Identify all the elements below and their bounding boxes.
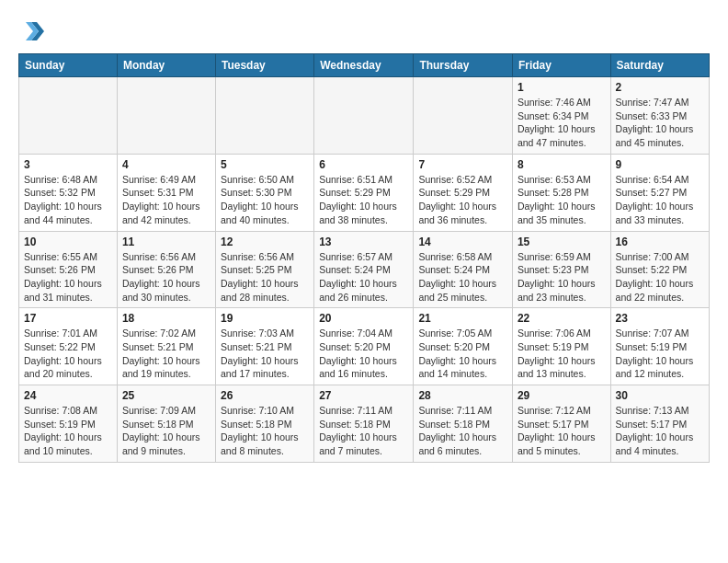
day-info: Sunrise: 6:54 AM Sunset: 5:27 PM Dayligh… (616, 173, 704, 227)
day-info: Sunrise: 7:06 AM Sunset: 5:19 PM Dayligh… (518, 327, 606, 381)
day-number: 5 (221, 158, 309, 171)
day-number: 8 (518, 158, 606, 171)
day-info: Sunrise: 6:51 AM Sunset: 5:29 PM Dayligh… (319, 173, 408, 227)
calendar-cell: 23Sunrise: 7:07 AM Sunset: 5:19 PM Dayli… (610, 308, 709, 385)
day-number: 13 (319, 236, 408, 248)
day-info: Sunrise: 7:13 AM Sunset: 5:17 PM Dayligh… (616, 404, 704, 458)
calendar-cell (117, 77, 215, 155)
calendar-cell: 29Sunrise: 7:12 AM Sunset: 5:17 PM Dayli… (512, 385, 610, 463)
calendar-cell: 21Sunrise: 7:05 AM Sunset: 5:20 PM Dayli… (414, 308, 513, 385)
calendar-cell: 14Sunrise: 6:58 AM Sunset: 5:24 PM Dayli… (414, 231, 513, 308)
day-number: 23 (616, 312, 704, 325)
day-number: 27 (319, 389, 408, 402)
calendar-cell: 28Sunrise: 7:11 AM Sunset: 5:18 PM Dayli… (414, 385, 513, 463)
calendar-header: SundayMondayTuesdayWednesdayThursdayFrid… (19, 54, 710, 77)
day-info: Sunrise: 6:57 AM Sunset: 5:24 PM Dayligh… (319, 250, 408, 304)
day-number: 28 (418, 389, 507, 402)
day-number: 30 (616, 389, 704, 402)
day-number: 18 (122, 312, 210, 325)
day-number: 25 (122, 389, 210, 402)
day-number: 6 (319, 158, 408, 171)
calendar-cell: 30Sunrise: 7:13 AM Sunset: 5:17 PM Dayli… (610, 385, 709, 463)
day-number: 20 (319, 312, 408, 325)
day-number: 16 (616, 236, 704, 248)
day-info: Sunrise: 7:00 AM Sunset: 5:22 PM Dayligh… (616, 250, 704, 304)
day-info: Sunrise: 7:02 AM Sunset: 5:21 PM Dayligh… (122, 327, 210, 381)
header (18, 15, 710, 44)
calendar-cell: 10Sunrise: 6:55 AM Sunset: 5:26 PM Dayli… (19, 231, 118, 308)
day-number: 1 (518, 81, 606, 94)
day-info: Sunrise: 6:58 AM Sunset: 5:24 PM Dayligh… (418, 250, 507, 304)
day-info: Sunrise: 7:04 AM Sunset: 5:20 PM Dayligh… (319, 327, 408, 381)
calendar-cell: 2Sunrise: 7:47 AM Sunset: 6:33 PM Daylig… (610, 77, 709, 155)
day-info: Sunrise: 7:10 AM Sunset: 5:18 PM Dayligh… (221, 404, 309, 458)
calendar-cell: 17Sunrise: 7:01 AM Sunset: 5:22 PM Dayli… (19, 308, 118, 385)
weekday-header-row: SundayMondayTuesdayWednesdayThursdayFrid… (19, 54, 710, 77)
day-number: 29 (518, 389, 606, 402)
weekday-header-monday: Monday (117, 54, 215, 77)
logo (18, 18, 48, 44)
day-info: Sunrise: 7:09 AM Sunset: 5:18 PM Dayligh… (122, 404, 210, 458)
calendar-week-4: 17Sunrise: 7:01 AM Sunset: 5:22 PM Dayli… (19, 308, 710, 385)
calendar-cell: 7Sunrise: 6:52 AM Sunset: 5:29 PM Daylig… (414, 154, 513, 231)
calendar-cell: 12Sunrise: 6:56 AM Sunset: 5:25 PM Dayli… (215, 231, 313, 308)
day-info: Sunrise: 6:49 AM Sunset: 5:31 PM Dayligh… (122, 173, 210, 227)
day-number: 12 (221, 236, 309, 248)
day-info: Sunrise: 6:56 AM Sunset: 5:26 PM Dayligh… (122, 250, 210, 304)
calendar-week-2: 3Sunrise: 6:48 AM Sunset: 5:32 PM Daylig… (19, 154, 710, 231)
calendar-week-5: 24Sunrise: 7:08 AM Sunset: 5:19 PM Dayli… (19, 385, 710, 463)
day-info: Sunrise: 6:50 AM Sunset: 5:30 PM Dayligh… (221, 173, 309, 227)
day-number: 7 (418, 158, 507, 171)
day-info: Sunrise: 7:01 AM Sunset: 5:22 PM Dayligh… (24, 327, 112, 381)
calendar-cell: 18Sunrise: 7:02 AM Sunset: 5:21 PM Dayli… (117, 308, 215, 385)
day-info: Sunrise: 6:52 AM Sunset: 5:29 PM Dayligh… (418, 173, 507, 227)
calendar-cell: 20Sunrise: 7:04 AM Sunset: 5:20 PM Dayli… (314, 308, 414, 385)
day-info: Sunrise: 7:11 AM Sunset: 5:18 PM Dayligh… (418, 404, 507, 458)
calendar-cell: 9Sunrise: 6:54 AM Sunset: 5:27 PM Daylig… (610, 154, 709, 231)
day-number: 24 (24, 389, 112, 402)
calendar-cell (314, 77, 414, 155)
day-info: Sunrise: 6:53 AM Sunset: 5:28 PM Dayligh… (518, 173, 606, 227)
day-number: 3 (24, 158, 112, 171)
day-number: 22 (518, 312, 606, 325)
calendar-cell: 25Sunrise: 7:09 AM Sunset: 5:18 PM Dayli… (117, 385, 215, 463)
calendar-cell: 1Sunrise: 7:46 AM Sunset: 6:34 PM Daylig… (512, 77, 610, 155)
day-info: Sunrise: 7:11 AM Sunset: 5:18 PM Dayligh… (319, 404, 408, 458)
day-info: Sunrise: 6:48 AM Sunset: 5:32 PM Dayligh… (24, 173, 112, 227)
day-number: 19 (221, 312, 309, 325)
calendar-cell: 11Sunrise: 6:56 AM Sunset: 5:26 PM Dayli… (117, 231, 215, 308)
day-info: Sunrise: 7:03 AM Sunset: 5:21 PM Dayligh… (221, 327, 309, 381)
day-number: 10 (24, 236, 112, 248)
day-info: Sunrise: 7:08 AM Sunset: 5:19 PM Dayligh… (24, 404, 112, 458)
day-info: Sunrise: 7:47 AM Sunset: 6:33 PM Dayligh… (616, 96, 704, 150)
weekday-header-thursday: Thursday (414, 54, 513, 77)
day-info: Sunrise: 6:56 AM Sunset: 5:25 PM Dayligh… (221, 250, 309, 304)
day-number: 14 (418, 236, 507, 248)
calendar-cell: 27Sunrise: 7:11 AM Sunset: 5:18 PM Dayli… (314, 385, 414, 463)
weekday-header-wednesday: Wednesday (314, 54, 414, 77)
day-number: 2 (616, 81, 704, 94)
day-info: Sunrise: 6:55 AM Sunset: 5:26 PM Dayligh… (24, 250, 112, 304)
weekday-header-saturday: Saturday (610, 54, 709, 77)
calendar-cell: 5Sunrise: 6:50 AM Sunset: 5:30 PM Daylig… (215, 154, 313, 231)
calendar-cell: 8Sunrise: 6:53 AM Sunset: 5:28 PM Daylig… (512, 154, 610, 231)
calendar-cell: 26Sunrise: 7:10 AM Sunset: 5:18 PM Dayli… (215, 385, 313, 463)
calendar-week-3: 10Sunrise: 6:55 AM Sunset: 5:26 PM Dayli… (19, 231, 710, 308)
calendar-cell: 24Sunrise: 7:08 AM Sunset: 5:19 PM Dayli… (19, 385, 118, 463)
day-number: 9 (616, 158, 704, 171)
calendar-cell: 19Sunrise: 7:03 AM Sunset: 5:21 PM Dayli… (215, 308, 313, 385)
day-number: 26 (221, 389, 309, 402)
logo-icon (18, 18, 44, 44)
calendar-week-1: 1Sunrise: 7:46 AM Sunset: 6:34 PM Daylig… (19, 77, 710, 155)
calendar-cell: 15Sunrise: 6:59 AM Sunset: 5:23 PM Dayli… (512, 231, 610, 308)
calendar-cell: 13Sunrise: 6:57 AM Sunset: 5:24 PM Dayli… (314, 231, 414, 308)
calendar-cell: 3Sunrise: 6:48 AM Sunset: 5:32 PM Daylig… (19, 154, 118, 231)
calendar-cell (19, 77, 118, 155)
page: SundayMondayTuesdayWednesdayThursdayFrid… (0, 0, 728, 472)
day-info: Sunrise: 7:07 AM Sunset: 5:19 PM Dayligh… (616, 327, 704, 381)
calendar-cell (414, 77, 513, 155)
weekday-header-sunday: Sunday (19, 54, 118, 77)
day-info: Sunrise: 6:59 AM Sunset: 5:23 PM Dayligh… (518, 250, 606, 304)
calendar-cell: 16Sunrise: 7:00 AM Sunset: 5:22 PM Dayli… (610, 231, 709, 308)
day-info: Sunrise: 7:46 AM Sunset: 6:34 PM Dayligh… (518, 96, 606, 150)
